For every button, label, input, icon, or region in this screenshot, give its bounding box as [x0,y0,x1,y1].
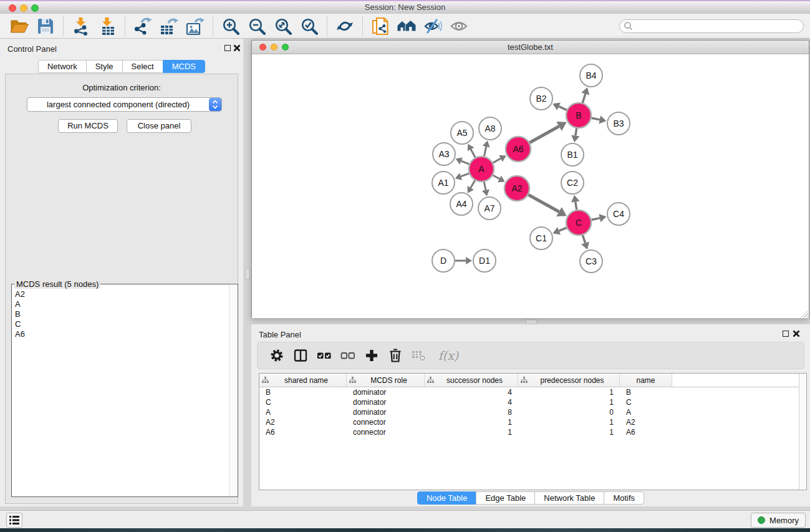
task-history-button[interactable] [6,513,22,528]
zoom-in-button[interactable] [218,15,244,37]
network-file-button[interactable] [367,15,393,37]
criterion-dropdown[interactable]: largest connected component (directed) [27,97,222,112]
graph-node-A8[interactable]: A8 [479,117,501,140]
window-resize-grip[interactable] [801,310,808,317]
tab-mcds[interactable]: MCDS [163,60,205,73]
graph-node-B4[interactable]: B4 [580,64,602,87]
tab-select[interactable]: Select [122,60,163,73]
graph-node-C3[interactable]: C3 [580,250,602,273]
table-panel: Table Panel [251,324,810,506]
graph-node-A3[interactable]: A3 [433,143,455,165]
close-panel-icon[interactable] [233,44,241,52]
select-all-rows-button[interactable] [315,346,334,365]
export-network-button[interactable] [130,15,156,37]
maximize-network-button[interactable] [282,44,289,51]
export-image-button[interactable] [182,15,208,37]
table-scrollbar[interactable] [799,374,806,490]
deselect-rows-button[interactable] [339,346,357,365]
open-session-button[interactable] [6,15,32,37]
float-panel-icon[interactable] [224,45,231,51]
show-graphics-button[interactable] [446,15,472,37]
graph-node-B3[interactable]: B3 [607,112,630,135]
close-window-button[interactable] [9,4,16,12]
hide-graphics-button[interactable] [420,15,446,37]
graph-node-A5[interactable]: A5 [451,122,473,144]
minimize-network-button[interactable] [271,44,277,51]
graph-node-B[interactable]: B [566,103,591,128]
column-header-mcds-role[interactable]: MCDS role [347,374,425,387]
tab-network[interactable]: Network [38,60,87,73]
graph-node-C2[interactable]: C2 [561,172,584,194]
search-field[interactable] [619,19,804,33]
tab-edge-table[interactable]: Edge Table [476,491,535,505]
table-row[interactable]: Cdominator41C [259,397,806,407]
table-cell: B [620,387,672,397]
delete-table-button[interactable] [410,346,428,365]
import-network-button[interactable] [68,15,94,37]
delete-column-button[interactable] [386,346,405,365]
list-item[interactable]: B [12,309,228,319]
minimize-window-button[interactable] [20,4,27,12]
list-item[interactable]: A [12,299,228,309]
graph-node-D[interactable]: D [432,249,455,272]
graph-node-C4[interactable]: C4 [607,203,630,225]
zoom-fit-button[interactable] [270,15,296,37]
graph-node-C1[interactable]: C1 [530,227,552,249]
table-panel-header: Table Panel [251,324,810,343]
graph-node-A[interactable]: A [469,157,494,181]
graph-node-D1[interactable]: D1 [473,249,496,272]
float-panel-icon[interactable] [783,331,789,337]
table-row[interactable]: A6connector11A6 [259,427,806,437]
mcds-list-scrollbar[interactable] [229,285,237,496]
home-layout-button[interactable] [393,15,420,37]
graph-node-B2[interactable]: B2 [530,87,552,110]
import-network-icon [72,17,90,36]
save-session-button[interactable] [32,15,59,37]
columns-button[interactable] [291,346,310,365]
export-table-button[interactable] [156,15,182,37]
list-item[interactable]: A6 [12,329,228,339]
graph-node-A1[interactable]: A1 [432,172,455,194]
zoom-selected-button[interactable] [296,15,322,37]
split-divider-handle[interactable] [526,319,537,324]
graph-edge-A-A1 [455,173,469,180]
table-row[interactable]: Adominator80A [259,407,806,417]
table-row[interactable]: Bdominator41B [259,387,806,397]
graph-node-B1[interactable]: B1 [561,143,584,166]
close-panel-button[interactable]: Close panel [127,119,191,133]
table-settings-button[interactable] [268,346,286,365]
graph-node-C[interactable]: C [566,210,591,235]
zoom-out-button[interactable] [244,15,270,37]
graph-node-A2[interactable]: A2 [504,176,529,201]
tab-node-table[interactable]: Node Table [417,491,477,505]
column-header-name[interactable]: name [620,374,672,387]
unchecked-boxes-icon [340,349,355,362]
graph-node-A4[interactable]: A4 [450,193,473,215]
column-header-predecessor-nodes[interactable]: predecessor nodes [518,374,620,387]
graph-node-A7[interactable]: A7 [478,197,501,220]
function-builder-button[interactable]: f(x) [433,346,463,365]
close-panel-icon[interactable] [793,330,800,337]
network-canvas[interactable]: AA1A2A3A4A5A6A7A8BB1B2B3B4CC1C2C3C4DD1 [252,54,809,318]
delete-table-icon [412,349,427,362]
column-header-shared-name[interactable]: shared name [259,374,347,387]
tab-motifs[interactable]: Motifs [604,491,644,505]
run-mcds-button[interactable]: Run MCDS [58,119,118,133]
refresh-layout-button[interactable] [332,15,358,37]
import-table-button[interactable] [94,15,120,37]
maximize-window-button[interactable] [31,4,39,12]
search-input[interactable] [633,22,799,31]
list-item[interactable]: A2 [12,289,228,299]
graph-node-A6[interactable]: A6 [506,137,531,162]
tab-style[interactable]: Style [86,60,123,73]
memory-button[interactable]: Memory [751,513,806,528]
tab-network-table[interactable]: Network Table [534,491,604,505]
split-divider-handle[interactable] [245,268,250,279]
close-network-button[interactable] [259,44,266,51]
table-row[interactable]: A2connector11A2 [259,417,806,427]
list-item[interactable]: C [12,319,228,329]
table-cell: 4 [425,397,518,407]
search-icon [624,21,633,31]
add-column-button[interactable] [362,346,381,365]
column-header-successor-nodes[interactable]: successor nodes [425,374,518,387]
